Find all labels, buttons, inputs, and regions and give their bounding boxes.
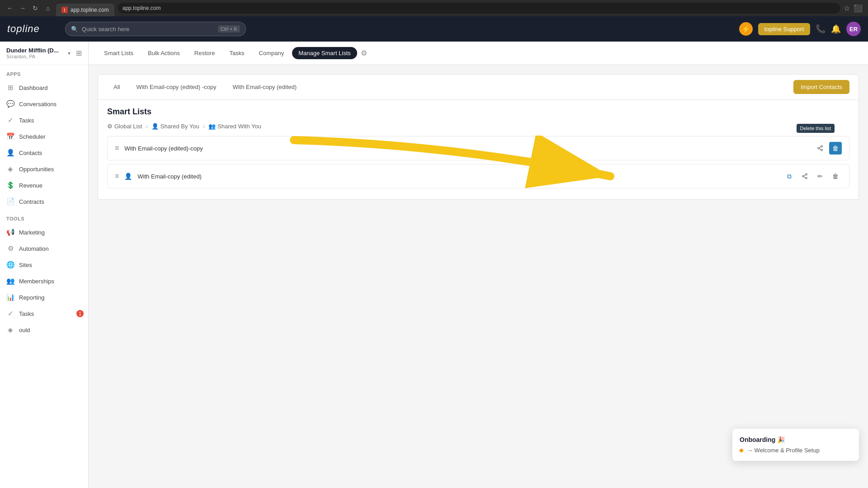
share-button-2[interactable] [798,170,811,183]
lightning-btn[interactable]: ⚡ [739,22,753,36]
main-content: Smart Lists Bulk Actions Restore Tasks C… [89,42,868,488]
back-btn[interactable]: ← [5,4,14,13]
tab-url: app.topline.com [71,7,109,13]
filter-tab-edited[interactable]: With Email-copy (edited) [226,81,303,93]
sidebar-item-scheduler[interactable]: 📅 Scheduler [0,128,88,145]
search-bar[interactable]: 🔍 Quick search here Ctrl + K [65,22,246,36]
filter-tabs: All With Email-copy (edited) -copy With … [98,74,859,100]
sidebar-item-label: Contracts [19,198,44,205]
sidebar-item-label: Opportunities [19,166,54,173]
home-btn[interactable]: ⌂ [43,4,52,13]
sidebar-item-contacts[interactable]: 👤 Contacts [0,145,88,161]
phone-icon[interactable]: 📞 [816,24,826,34]
sidebar-item-opportunities[interactable]: ◈ Opportunities [0,161,88,177]
onboarding-item-label: → Welcome & Profile Setup [747,447,820,454]
svg-point-0 [821,145,823,147]
import-contacts-button[interactable]: Import Contacts [793,80,849,94]
bookmark-btn[interactable]: ☆ [844,4,850,13]
delete-button-2[interactable]: 🗑 [829,170,842,183]
sidebar-item-other[interactable]: ◈ ould [0,322,88,338]
breadcrumb-global-list[interactable]: ⚙ Global List [107,123,142,130]
settings-icon[interactable]: ⚙ [361,49,367,57]
onboarding-item[interactable]: → Welcome & Profile Setup [740,447,852,454]
svg-point-1 [818,147,820,149]
sub-nav: Smart Lists Bulk Actions Restore Tasks C… [89,42,868,65]
sidebar-item-marketing[interactable]: 📢 Marketing [0,224,88,240]
contracts-icon: 📄 [6,197,14,206]
breadcrumb-shared-with-you[interactable]: 👥 Shared With You [208,123,261,130]
onboarding-dot [740,449,743,452]
global-list-icon: ⚙ [107,123,113,130]
address-bar[interactable]: app.topline.com [118,3,840,14]
sub-nav-smart-lists[interactable]: Smart Lists [98,47,140,59]
sidebar-item-tasks2[interactable]: ✓ Tasks 1 [0,305,88,322]
contacts-icon: 👤 [6,149,14,157]
tasks2-icon: ✓ [6,310,14,318]
list-icon-2: ≡ [115,172,119,180]
breadcrumb-shared-by-label: Shared By You [160,123,199,130]
sidebar-item-automation[interactable]: ⚙ Automation [0,240,88,257]
onboarding-title: Onboarding 🎉 [740,436,852,443]
reload-btn[interactable]: ↻ [31,4,40,13]
avatar[interactable]: ER [846,22,861,36]
org-name: Dunder Mifflin (D... [6,47,59,54]
browser-actions: ☆ ⬛ [844,4,863,13]
sub-nav-bulk-actions[interactable]: Bulk Actions [142,47,186,59]
svg-point-6 [802,175,804,177]
filter-tab-all[interactable]: All [107,81,126,93]
task-badge: 1 [76,310,84,317]
org-header[interactable]: Dunder Mifflin (D... Scranton, PA ▾ ⊞ [0,42,88,65]
search-icon: 🔍 [71,26,78,33]
reporting-icon: 📊 [6,293,14,301]
sidebar-item-memberships[interactable]: 👥 Memberships [0,273,88,289]
other-icon: ◈ [6,326,14,334]
list-row-2-actions: ⧉ ✏ 🗑 [783,170,842,183]
address-text: app.topline.com [123,5,161,11]
sidebar-item-revenue[interactable]: 💲 Revenue [0,177,88,193]
sidebar-item-label: Memberships [19,278,54,285]
sidebar-item-label: Marketing [19,229,45,236]
sidebar-item-contracts[interactable]: 📄 Contracts [0,193,88,210]
sub-nav-manage-smart-lists[interactable]: Manage Smart Lists [292,47,357,59]
sidebar-item-reporting[interactable]: 📊 Reporting [0,289,88,305]
svg-point-7 [806,177,807,179]
app-header: topline 🔍 Quick search here Ctrl + K ⚡ t… [0,16,868,42]
share-button-1[interactable] [814,142,826,155]
sidebar-item-sites[interactable]: 🌐 Sites [0,257,88,273]
breadcrumb-shared-by-you[interactable]: 👤 Shared By You [151,123,199,130]
svg-line-3 [819,149,821,150]
sub-nav-tasks[interactable]: Tasks [223,47,250,59]
sidebar-item-dashboard[interactable]: ⊞ Dashboard [0,80,88,96]
forward-btn[interactable]: → [18,4,27,13]
shared-by-you-icon: 👤 [151,123,159,130]
content-area: All With Email-copy (edited) -copy With … [89,65,868,488]
sidebar-item-conversations[interactable]: 💬 Conversations [0,96,88,112]
sub-nav-restore[interactable]: Restore [188,47,222,59]
breadcrumb-sep-1: › [146,123,147,130]
browser-chrome: ← → ↻ ⌂ t app.topline.com app.topline.co… [0,0,868,16]
support-button[interactable]: topline Support [758,23,810,35]
section-title: Smart Lists [107,107,849,117]
browser-tab[interactable]: t app.topline.com [56,4,114,16]
layout-toggle-icon[interactable]: ⊞ [76,49,82,57]
extensions-btn[interactable]: ⬛ [854,4,863,13]
bell-icon[interactable]: 🔔 [831,24,841,34]
smart-lists-section: Smart Lists ⚙ Global List › 👤 Shared By … [98,100,859,200]
apps-section-label: Apps [0,65,88,80]
sidebar: Dunder Mifflin (D... Scranton, PA ▾ ⊞ Ap… [0,42,89,488]
sidebar-item-label: Tasks [19,310,34,317]
list-row-2[interactable]: ≡ 👤 With Email-copy (edited) ⧉ ✏ 🗑 [107,164,849,188]
sub-nav-company[interactable]: Company [253,47,291,59]
delete-button-1[interactable]: 🗑 [829,142,842,155]
sidebar-item-tasks[interactable]: ✓ Tasks [0,112,88,128]
list-row-1[interactable]: ≡ With Email-copy (edited)-copy 🗑 Delete… [107,136,849,160]
svg-line-8 [804,177,806,178]
copy-button-2[interactable]: ⧉ [783,170,796,183]
filter-tab-copy[interactable]: With Email-copy (edited) -copy [130,81,222,93]
scheduler-icon: 📅 [6,132,14,141]
breadcrumb-shared-with-label: Shared With You [217,123,261,130]
chevron-down-icon: ▾ [68,50,71,56]
sidebar-item-label: Reporting [19,294,44,301]
edit-button-2[interactable]: ✏ [814,170,826,183]
delete-tooltip: Delete this list [797,124,835,133]
